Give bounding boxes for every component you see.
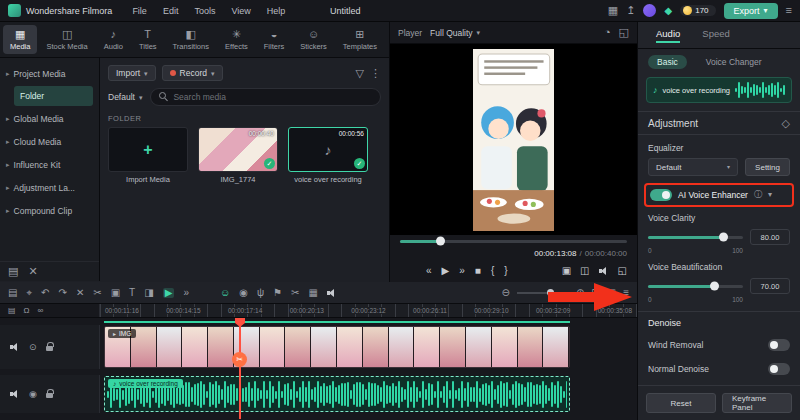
- split-scissors-icon[interactable]: ✂: [93, 288, 101, 298]
- subtab-voice-changer[interactable]: Voice Changer: [697, 55, 771, 69]
- mark-in-icon[interactable]: {: [491, 266, 494, 276]
- previous-frame-icon[interactable]: «: [426, 266, 432, 276]
- sidebar-item-compound-clip[interactable]: ▸Compound Clip: [0, 199, 99, 222]
- equalizer-preset-select[interactable]: Default▾: [648, 158, 738, 176]
- tab-filters[interactable]: ◒Filters: [257, 25, 291, 54]
- zoom-out-icon[interactable]: ⊖: [502, 288, 510, 298]
- normal-denoise-toggle[interactable]: [768, 363, 790, 375]
- mute-track-icon[interactable]: [10, 389, 20, 399]
- collapse-caret-icon[interactable]: ▾: [768, 191, 772, 199]
- tab-speed-properties[interactable]: Speed: [702, 28, 729, 43]
- video-clip[interactable]: ▸IMG: [104, 326, 570, 368]
- track-manager-icon[interactable]: ▤: [8, 307, 16, 315]
- delete-clip-icon[interactable]: ✕: [76, 288, 84, 298]
- filter-funnel-icon[interactable]: ▽: [356, 68, 364, 79]
- crop-tool-icon[interactable]: ▣: [111, 288, 120, 298]
- marker-flag-icon[interactable]: ⚑: [273, 288, 282, 298]
- share-icon[interactable]: ↥: [626, 5, 635, 16]
- playhead[interactable]: ✂: [239, 318, 241, 419]
- voice-beautification-value[interactable]: 70.00: [750, 278, 790, 294]
- expand-player-icon[interactable]: ◱: [619, 27, 629, 38]
- link-clips-icon[interactable]: ∞: [38, 307, 44, 315]
- screen-record-icon[interactable]: ▦: [308, 288, 317, 298]
- sidebar-item-global-media[interactable]: ▸Global Media: [0, 107, 99, 130]
- more-tools-icon[interactable]: »: [183, 288, 189, 298]
- more-options-icon[interactable]: ⋮: [370, 68, 381, 79]
- solo-track-icon[interactable]: ◉: [29, 390, 37, 399]
- adjustment-section-header[interactable]: Adjustment ◇: [638, 111, 800, 135]
- sort-dropdown[interactable]: Default▾: [108, 92, 142, 102]
- playhead-split-button[interactable]: ✂: [232, 352, 247, 367]
- tab-stock-media[interactable]: ◫Stock Media: [39, 25, 94, 54]
- menu-help[interactable]: Help: [259, 6, 294, 16]
- preview-stage[interactable]: [390, 44, 637, 235]
- text-tool-icon[interactable]: T: [129, 288, 135, 298]
- voice-clarity-slider[interactable]: [648, 236, 743, 239]
- speaker-icon[interactable]: [599, 266, 609, 276]
- hide-track-eye-icon[interactable]: ⊙: [29, 343, 37, 352]
- denoise-section-header[interactable]: Denoise: [638, 311, 800, 333]
- mark-out-icon[interactable]: }: [504, 266, 507, 276]
- tab-titles[interactable]: TTitles: [132, 25, 164, 54]
- ai-voice-enhancer-toggle[interactable]: [650, 189, 672, 201]
- audio-clip[interactable]: ♪voice over recording: [104, 376, 570, 412]
- sidebar-item-folder[interactable]: Folder: [14, 86, 93, 106]
- sidebar-item-cloud-media[interactable]: ▸Cloud Media: [0, 130, 99, 153]
- coins-badge[interactable]: 170: [680, 5, 715, 16]
- voiceover-mic-icon[interactable]: ψ: [257, 288, 264, 298]
- tab-stickers[interactable]: ☺Stickers: [293, 25, 334, 54]
- selected-clip-preview[interactable]: ♪ voice over recording: [646, 77, 792, 103]
- quick-split-icon[interactable]: ✂: [291, 288, 299, 298]
- render-preview-icon[interactable]: ▶: [163, 288, 175, 298]
- sticker-smiley-icon[interactable]: ☺: [220, 288, 230, 298]
- import-button[interactable]: Import▾: [108, 65, 156, 81]
- equalizer-setting-button[interactable]: Setting: [745, 158, 790, 176]
- voice-beautification-slider[interactable]: [648, 285, 743, 288]
- snapshot-camera-icon[interactable]: ◫: [580, 266, 589, 276]
- media-item-import[interactable]: + Import Media: [108, 127, 188, 184]
- menu-tools[interactable]: Tools: [186, 6, 223, 16]
- export-button[interactable]: Export ▾: [724, 3, 778, 19]
- media-item-video[interactable]: 00:00:40 ✓ IMG_1774: [198, 127, 278, 184]
- player-scrubber[interactable]: [400, 240, 627, 243]
- redo-icon[interactable]: ↷: [58, 288, 66, 298]
- voice-clarity-value[interactable]: 80.00: [750, 229, 790, 245]
- media-item-audio[interactable]: ♪ 00:00:56 ✓ voice over recording: [288, 127, 368, 184]
- mute-track-icon[interactable]: [10, 342, 20, 352]
- info-icon[interactable]: ⓘ: [754, 191, 762, 199]
- menu-file[interactable]: File: [124, 6, 155, 16]
- keyframe-diamond-icon[interactable]: ◇: [782, 118, 790, 129]
- quality-dropdown[interactable]: Full Quality▾: [430, 28, 480, 38]
- vip-diamond-icon[interactable]: ◆: [664, 5, 672, 16]
- reset-button[interactable]: Reset: [646, 393, 716, 413]
- mixer-icon[interactable]: [327, 288, 337, 298]
- sidebar-item-influence-kit[interactable]: ▸Influence Kit: [0, 153, 99, 176]
- new-folder-icon[interactable]: ▤: [8, 266, 18, 277]
- lock-track-icon[interactable]: [46, 393, 53, 398]
- menu-view[interactable]: View: [223, 6, 258, 16]
- keyframe-panel-button[interactable]: Keyframe Panel: [722, 393, 792, 413]
- wind-removal-toggle[interactable]: [768, 339, 790, 351]
- search-input[interactable]: [173, 92, 372, 102]
- avatar[interactable]: [643, 4, 656, 17]
- mask-tool-icon[interactable]: ◨: [144, 288, 153, 298]
- record-icon[interactable]: ◉: [239, 288, 248, 298]
- screen-mirror-icon[interactable]: ▦: [608, 5, 618, 16]
- crop-preview-icon[interactable]: ▣: [562, 266, 571, 276]
- lock-track-icon[interactable]: [46, 346, 53, 351]
- tab-transitions[interactable]: ◧Transitions: [166, 25, 216, 54]
- stop-icon[interactable]: ■: [475, 266, 481, 276]
- record-button[interactable]: Record▾: [162, 65, 223, 81]
- play-icon[interactable]: ▶: [442, 266, 450, 276]
- delete-icon[interactable]: ✕: [28, 266, 37, 277]
- notification-icon[interactable]: ≡: [786, 5, 792, 16]
- sidebar-item-project-media[interactable]: ▸Project Media: [0, 62, 99, 85]
- sidebar-item-adjustment-layer[interactable]: ▸Adjustment La...: [0, 176, 99, 199]
- media-manager-icon[interactable]: ▤: [8, 288, 17, 298]
- tab-effects[interactable]: ✳Effects: [218, 25, 255, 54]
- undo-icon[interactable]: ↶: [41, 288, 49, 298]
- menu-edit[interactable]: Edit: [155, 6, 187, 16]
- tab-audio[interactable]: ♪Audio: [97, 25, 130, 54]
- tab-templates[interactable]: ⊞Templates: [336, 25, 384, 54]
- subtab-basic[interactable]: Basic: [648, 55, 687, 69]
